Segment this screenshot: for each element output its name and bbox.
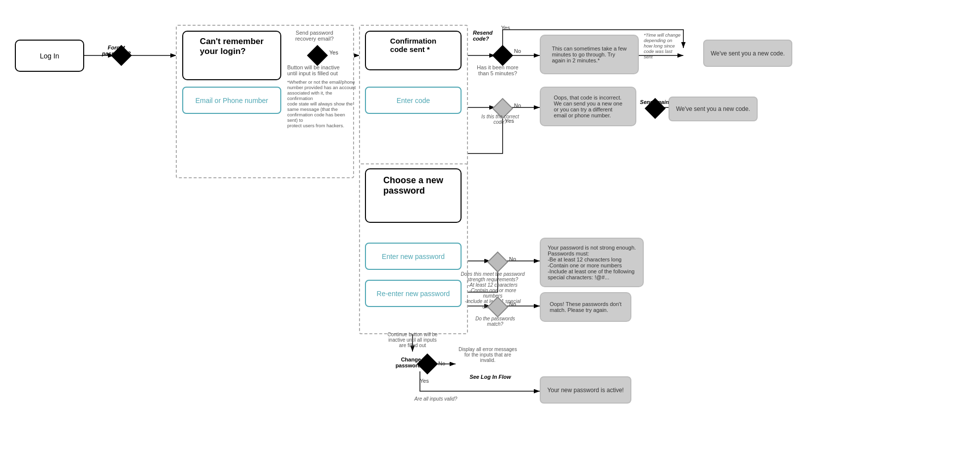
login-label: Log In bbox=[40, 52, 59, 60]
yes-send-recovery: Yes bbox=[329, 50, 338, 55]
passwords-match-question: Do the passwords match? bbox=[470, 316, 520, 327]
new-password-active-label: Your new password is active! bbox=[547, 387, 623, 394]
confirmation-sent-label: Confirmation code sent * bbox=[390, 37, 436, 53]
are-all-valid-label: Are all inputs valid? bbox=[411, 396, 461, 402]
button-inactive-note: Button will be inactive until input is f… bbox=[287, 64, 342, 76]
no-change-password: No bbox=[438, 360, 445, 366]
enter-code-box[interactable]: Enter code bbox=[365, 87, 462, 114]
login-box[interactable]: Log In bbox=[15, 40, 84, 72]
is-correct-code-static: Is this the correct code? bbox=[475, 114, 525, 125]
passwords-no-match-box: Oops! These passwords don't match. Pleas… bbox=[540, 292, 631, 322]
confirmation-sent-box: Confirmation code sent * bbox=[365, 31, 462, 70]
email-input-box[interactable]: Email or Phone number bbox=[182, 87, 281, 114]
flowchart-canvas: Log In Forgot password? Can't remember y… bbox=[0, 0, 980, 460]
new-password-active-box: Your new password is active! bbox=[540, 376, 631, 404]
new-code-box-1: We've sent you a new code. bbox=[703, 40, 792, 67]
password-not-strong-box: Your password is not strong enough. Pass… bbox=[540, 238, 644, 287]
new-code-1-label: We've sent you a new code. bbox=[711, 50, 785, 57]
enter-new-password-label: Enter new password bbox=[382, 253, 445, 260]
continue-inactive-note: Continue button will be inactive until a… bbox=[378, 332, 447, 348]
no-strength: No bbox=[509, 256, 516, 262]
incorrect-code-box: Oops, that code is incorrect. We can sen… bbox=[540, 87, 636, 126]
send-recovery-label: Send password recovery email? bbox=[290, 30, 339, 42]
security-note: *Whether or not the email/phone number p… bbox=[287, 79, 357, 128]
new-code-2-label: We've sent you a new code. bbox=[676, 105, 750, 112]
see-log-in-label: See Log In Flow bbox=[465, 374, 515, 380]
new-code-box-2: We've sent you a new code. bbox=[669, 97, 758, 121]
yes-resend: Yes bbox=[501, 25, 510, 31]
change-password-label: Change password bbox=[389, 357, 421, 368]
resend-diamond bbox=[492, 45, 513, 66]
resend-code-label: Resend code? bbox=[473, 30, 513, 42]
has-5min-label: Has it been more than 5 minutes? bbox=[475, 64, 520, 76]
processing-box: This can sometimes take a few minutes to… bbox=[540, 35, 639, 74]
enter-new-password-box[interactable]: Enter new password bbox=[365, 243, 462, 270]
no-match: No bbox=[509, 301, 516, 307]
cant-remember-box: Can't remember your login? bbox=[182, 31, 281, 80]
password-strength-diamond bbox=[487, 252, 508, 272]
enter-code-label: Enter code bbox=[397, 97, 430, 104]
display-errors-note: Display all error messages for the input… bbox=[456, 347, 520, 363]
cant-remember-label: Can't remember your login? bbox=[200, 37, 264, 56]
email-input-label: Email or Phone number bbox=[195, 97, 268, 104]
time-change-note: *Time will change depending on how long … bbox=[644, 32, 693, 59]
choose-password-box: Choose a new password bbox=[365, 168, 462, 223]
choose-password-label: Choose a new password bbox=[383, 175, 443, 196]
yes-change-password: Yes bbox=[420, 378, 429, 384]
reenter-password-box[interactable]: Re-enter new password bbox=[365, 280, 462, 307]
no-resend: No bbox=[514, 48, 521, 54]
reenter-password-label: Re-enter new password bbox=[377, 290, 450, 298]
no-correct-code: No bbox=[514, 102, 521, 108]
